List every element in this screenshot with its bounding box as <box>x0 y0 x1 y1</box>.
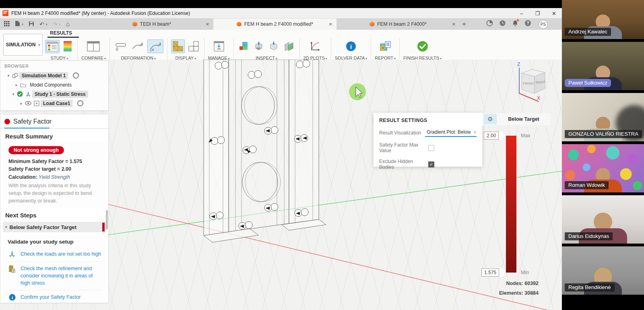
legend-gear-icon[interactable]: ⚙ <box>484 114 497 124</box>
legend-min-handle[interactable]: 1.575 <box>481 269 506 277</box>
xyz-label: xyz <box>256 47 260 50</box>
tab-close-icon[interactable]: ✕ <box>452 22 456 27</box>
tree-row-simulation-model[interactable]: ▾ Simulation Model 1 <box>0 71 108 80</box>
min-value-box[interactable]: 1.575 <box>481 269 499 277</box>
study-solved-check-icon <box>17 91 23 97</box>
results-panel-title: Safety Factor <box>13 118 52 125</box>
redo-caret[interactable]: ▾ <box>59 23 61 26</box>
help-icon[interactable]: ? <box>524 20 531 27</box>
collapse-caret-icon[interactable]: ▾ <box>5 225 7 229</box>
participant-name: GONZALO VALIÑO RIESTRA <box>565 130 642 138</box>
window-title: FEM H beam 2 F4000 modified* (My center)… <box>11 10 190 16</box>
solver-data-icon[interactable]: i <box>344 39 358 53</box>
app-grid-icon[interactable] <box>4 21 10 28</box>
tab-close-icon[interactable]: ✕ <box>206 22 209 27</box>
expand-caret-icon[interactable]: ▸ <box>19 101 24 105</box>
tab-close-icon[interactable]: ✕ <box>329 22 332 27</box>
tree-item-label[interactable]: Model Components <box>27 81 74 89</box>
separator <box>331 38 331 61</box>
screen: FEM H beam 2 F4000 modified* (My center)… <box>0 0 644 310</box>
collapse-caret-icon[interactable]: ▾ <box>6 74 11 78</box>
result-visualization-select[interactable]: Gradient Plot: Below ▾ <box>425 128 477 137</box>
tree-item-label[interactable]: Load Case1 <box>41 100 72 107</box>
tree-row-study[interactable]: ▾ Study 1 - Static Stress <box>0 89 108 99</box>
group-2d-plots: 2D PLOTS▾ <box>303 38 327 60</box>
user-avatar[interactable]: PS <box>539 20 548 29</box>
report-icon[interactable] <box>378 39 392 53</box>
deformation-scaled-icon[interactable]: I1X <box>147 39 163 53</box>
separator <box>371 38 371 61</box>
eye-icon[interactable] <box>25 101 31 105</box>
participant-name: Andrzej Kawalec <box>565 28 611 36</box>
finish-results-icon[interactable] <box>415 39 430 54</box>
scrollbar-thumb[interactable] <box>106 210 108 229</box>
minimize-button[interactable]: – <box>520 10 523 17</box>
maximize-button[interactable]: ❐ <box>535 10 540 17</box>
tab-fem-h-beam[interactable]: FEM H beam 2 F4000* ✕ <box>336 19 460 30</box>
notifications-bell-icon[interactable] <box>512 20 518 27</box>
file-menu-icon[interactable] <box>15 21 20 28</box>
deformation-undeformed-icon[interactable]: 0 <box>114 39 128 53</box>
max-value-label: Safety Factor Max Value <box>379 142 428 153</box>
legend-max-handle[interactable]: 2.00 <box>484 132 505 140</box>
load-case-icon <box>34 101 39 106</box>
document-icon <box>132 22 137 27</box>
study-results-icon[interactable] <box>45 40 60 53</box>
step-text: Check the loads are not set too high <box>21 250 101 258</box>
manage-icon[interactable] <box>212 39 226 53</box>
redo-icon[interactable]: ↷ <box>53 21 58 27</box>
exclude-hidden-checkbox[interactable]: ✓ <box>428 161 434 167</box>
tree-row-load-case[interactable]: ▸ Load Case1 <box>0 99 108 108</box>
max-value-checkbox[interactable] <box>428 145 434 151</box>
tree-item-label[interactable]: Simulation Model 1 <box>19 72 68 79</box>
visibility-radio[interactable] <box>77 100 83 106</box>
file-menu-caret[interactable]: ▾ <box>22 23 23 26</box>
tab-fem-h-beam-modified[interactable]: FEM H beam 2 F4000 modified* ✕ <box>213 19 336 30</box>
close-button[interactable]: ✕ <box>552 10 556 17</box>
tree-item-label[interactable]: Study 1 - Static Stress <box>32 91 88 98</box>
step-check-loads[interactable]: Check the loads are not set too high <box>8 247 102 261</box>
tab-tedi-h-beam[interactable]: TEDI H beam* ✕ <box>90 19 213 30</box>
study-legend-icon[interactable] <box>62 39 74 53</box>
save-icon[interactable] <box>29 21 34 28</box>
safety-factor-status-icon <box>4 119 10 124</box>
display-mesh-icon[interactable] <box>171 39 185 53</box>
step-check-mesh[interactable]: Check the mesh refinement and consider i… <box>8 262 102 290</box>
static-stress-icon <box>25 91 31 97</box>
max-value-box[interactable]: 2.00 <box>484 132 499 140</box>
step-confirm-requirement[interactable]: i Confirm your Safety Factor requirement <box>8 290 102 303</box>
inspect-point-xyz-icon[interactable]: xyz <box>252 39 265 53</box>
home-icon[interactable]: ⌂ <box>66 21 70 27</box>
participant-name: Roman Wdowik <box>565 181 609 189</box>
mesh-refinement-icon <box>8 265 17 273</box>
participant-name: Regita Bendikienė <box>565 283 615 291</box>
deformation-actual-icon[interactable]: I <box>130 39 145 53</box>
job-status-icon[interactable] <box>486 20 493 27</box>
2d-plots-icon[interactable] <box>308 39 322 53</box>
collapse-caret-icon[interactable]: ▾ <box>11 92 16 96</box>
undo-caret[interactable]: ▾ <box>46 23 47 26</box>
ribbon-tab-results[interactable]: RESULTS <box>50 30 72 36</box>
expand-caret-icon[interactable]: ▸ <box>14 83 19 87</box>
title-bar: FEM H beam 2 F4000 modified* (My center)… <box>0 8 562 19</box>
validate-heading: Validate your study setup <box>8 239 102 245</box>
display-wireframe-icon[interactable] <box>187 39 200 53</box>
legend-colorbar <box>506 136 516 273</box>
tree-row-model-components[interactable]: ▸ Model Components <box>0 80 108 89</box>
inspect-slice-icon[interactable] <box>282 40 296 53</box>
inspect-results-icon[interactable] <box>237 40 250 53</box>
inspect-probe-icon[interactable] <box>267 39 280 53</box>
result-summary-card: Not strong enough Minimum Safety Factor … <box>4 142 105 208</box>
document-icon <box>369 22 374 27</box>
svg-text:?: ? <box>526 21 529 25</box>
history-clock-icon[interactable] <box>499 20 506 27</box>
undo-icon[interactable]: ↶ <box>39 21 44 27</box>
visibility-radio[interactable] <box>73 72 79 79</box>
below-safety-factor-target-row[interactable]: ▾ Below Safety Factor Target <box>3 222 106 232</box>
new-tab-button[interactable]: + <box>462 20 466 28</box>
viewcube-right-label: RIGHT <box>536 80 546 85</box>
workspace-selector[interactable]: SIMULATION ▾ <box>3 34 43 56</box>
svg-text:i: i <box>11 295 12 300</box>
compare-icon[interactable] <box>85 39 101 53</box>
browser-title: BROWSER <box>0 61 108 71</box>
